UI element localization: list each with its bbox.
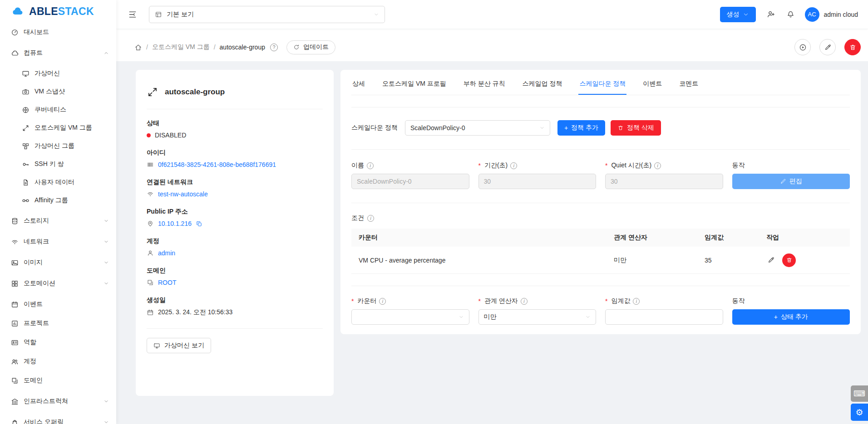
sidebar-item-label: 이벤트 (24, 300, 43, 308)
field-id: 아이디 0f621548-3825-4261-808e-be688f176691 (147, 149, 323, 168)
enable-autoscale-button[interactable] (794, 39, 811, 55)
view-layout-icon (155, 11, 162, 18)
account-link[interactable]: admin (158, 249, 175, 257)
policy-select[interactable]: ScaleDownPolicy-0 (405, 120, 550, 136)
sidebar-item-network[interactable]: 네트워크 (0, 232, 116, 251)
tab-autoscale-vm-profile[interactable]: 오토스케일 VM 프로필 (381, 70, 447, 95)
sidebar-item-storage[interactable]: 스토리지 (0, 211, 116, 230)
helm-icon (22, 106, 30, 114)
desktop-icon (22, 70, 30, 78)
barcode-icon (147, 161, 154, 168)
chevron-up-icon (104, 50, 109, 56)
sidebar-item-service-offerings[interactable]: 서비스 오퍼링 (0, 413, 116, 424)
create-button[interactable]: 생성 (720, 7, 756, 22)
add-condition-button[interactable]: + 상태 추가 (732, 309, 850, 325)
settings-gear-button[interactable]: ⚙ (851, 404, 868, 421)
view-mode-select[interactable]: 기본 보기 (149, 6, 385, 23)
sidebar-nav: 대시보드 컴퓨트 가상머신 VM 스냅샷 쿠버네티스 오토스케일 VM (0, 23, 116, 424)
threshold-input[interactable] (605, 309, 723, 325)
sidebar-item-dashboard[interactable]: 대시보드 (0, 23, 116, 42)
project-icon (11, 320, 19, 327)
policy-action-field: 동작 편집 (732, 161, 850, 189)
tab-scaleup-policy[interactable]: 스케일업 정책 (522, 70, 563, 95)
avatar[interactable]: AC (805, 7, 819, 22)
tab-details[interactable]: 상세 (351, 70, 366, 95)
condition-row: VM CPU - average percentage 미만 35 (351, 247, 850, 274)
policy-quiet-input (605, 174, 723, 189)
sidebar-item-events[interactable]: 이벤트 (0, 295, 116, 314)
chevron-down-icon (104, 218, 109, 224)
chevron-down-icon (104, 239, 109, 244)
user-add-icon[interactable] (767, 10, 775, 19)
sidebar-item-user-data[interactable]: 사용자 데이터 (0, 173, 116, 191)
sidebar-item-vm-group[interactable]: 가상머신 그룹 (0, 137, 116, 155)
shortcut-keyboard-button[interactable]: ⌨ (851, 385, 868, 402)
sidebar-item-domains[interactable]: 도메인 (0, 371, 116, 390)
database-icon (11, 217, 19, 225)
pencil-icon (824, 44, 832, 51)
bank-icon (11, 398, 19, 405)
tab-load-balancer-rule[interactable]: 부하 분산 규칙 (463, 70, 506, 95)
home-icon[interactable] (134, 44, 142, 51)
sidebar-item-automation[interactable]: 오토메이션 (0, 274, 116, 293)
policy-name-input (351, 174, 469, 189)
sidebar-item-label: 스토리지 (24, 217, 49, 225)
resource-id-link[interactable]: 0f621548-3825-4261-808e-be688f176691 (158, 161, 276, 168)
user-name[interactable]: admin cloud (824, 11, 858, 18)
view-select-value: 기본 보기 (167, 10, 194, 19)
tab-scaledown-policy[interactable]: 스케일다운 정책 (578, 70, 626, 95)
dashboard-icon (11, 29, 19, 36)
edit-policy-button[interactable]: 편집 (732, 174, 850, 189)
sidebar-item-ssh-keypair[interactable]: SSH 키 쌍 (0, 155, 116, 173)
sidebar-item-label: 계정 (24, 357, 36, 366)
copy-icon[interactable] (196, 220, 202, 227)
edit-autoscale-button[interactable] (819, 39, 836, 55)
condition-table-header: 카운터 관계 연산자 임계값 작업 (351, 229, 850, 247)
edit-condition-button[interactable] (766, 255, 776, 265)
network-link[interactable]: test-nw-autoscale (158, 190, 208, 198)
operator-select[interactable]: 미만 (478, 309, 597, 325)
sidebar-item-affinity-group[interactable]: Affinity 그룹 (0, 191, 116, 210)
public-ip-link[interactable]: 10.10.1.216 (158, 220, 192, 227)
delete-autoscale-button[interactable] (844, 39, 861, 55)
sidebar-item-vm[interactable]: 가상머신 (0, 64, 116, 83)
update-button[interactable]: 업데이트 (286, 40, 335, 54)
sidebar-item-roles[interactable]: 역할 (0, 333, 116, 352)
tab-comments[interactable]: 코멘트 (678, 70, 699, 95)
sidebar-item-accounts[interactable]: 계정 (0, 352, 116, 371)
trash-icon (849, 44, 857, 51)
policy-select-value: ScaleDownPolicy-0 (410, 124, 465, 132)
field-network: 연결된 네트워크 test-nw-autoscale (147, 178, 323, 198)
condition-counter-cell: VM CPU - average percentage (351, 257, 607, 264)
required-mark (605, 162, 608, 169)
refresh-icon (293, 44, 300, 50)
trash-icon (617, 125, 624, 131)
field-created: 생성일 2025. 3. 24. 오전 10:56:33 (147, 296, 323, 317)
condition-threshold-cell: 35 (697, 257, 759, 264)
sidebar-item-vm-snapshot[interactable]: VM 스냅샷 (0, 83, 116, 101)
chevron-down-icon (374, 12, 379, 17)
sidebar-item-label: 가상머신 그룹 (35, 142, 74, 150)
tab-events[interactable]: 이벤트 (642, 70, 663, 95)
cloud-logo-icon (9, 5, 25, 17)
bell-icon[interactable] (786, 10, 795, 19)
breadcrumb-section-link[interactable]: 오토스케일 VM 그룹 (152, 43, 210, 51)
sidebar-collapse-icon[interactable] (128, 10, 137, 19)
calendar-icon (147, 309, 154, 316)
delete-condition-button[interactable] (782, 253, 796, 267)
sidebar-item-projects[interactable]: 프로젝트 (0, 314, 116, 333)
domain-link[interactable]: ROOT (158, 279, 176, 286)
delete-policy-button[interactable]: 정책 삭제 (611, 120, 661, 136)
add-policy-button[interactable]: + 정책 추가 (557, 120, 605, 136)
sidebar-item-images[interactable]: 이미지 (0, 253, 116, 272)
sidebar-item-infrastructure[interactable]: 인프라스트럭쳐 (0, 392, 116, 411)
question-circle-icon[interactable]: ? (270, 44, 278, 51)
sidebar-item-compute[interactable]: 컴퓨트 (0, 44, 116, 63)
view-vms-button[interactable]: 가상머신 보기 (147, 338, 211, 353)
sidebar-item-autoscale-vm-group[interactable]: 오토스케일 VM 그룹 (0, 119, 116, 137)
counter-select[interactable] (351, 309, 469, 325)
sidebar-item-kubernetes[interactable]: 쿠버네티스 (0, 101, 116, 119)
chevron-down-icon (104, 419, 109, 424)
brand-logo[interactable]: ABLESTACK (0, 0, 116, 23)
appstore-icon (11, 280, 19, 288)
